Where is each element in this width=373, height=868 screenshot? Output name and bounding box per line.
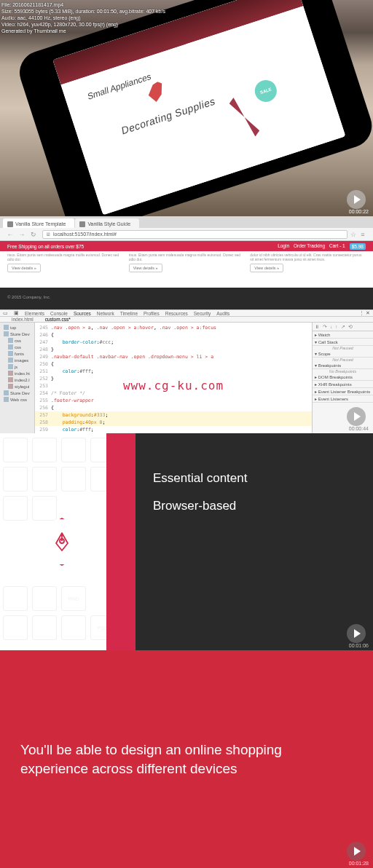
debugger-pane-section[interactable]: ▾ Call Stack: [313, 339, 373, 346]
tab-vanilla-store[interactable]: Vanilla Store Template: [3, 218, 74, 228]
file-tab-index[interactable]: index.html: [9, 317, 36, 322]
nav-folder[interactable]: css: [1, 337, 33, 344]
nav-folder[interactable]: Store Dev: [1, 331, 33, 337]
play-icon[interactable]: [347, 624, 366, 643]
timestamp: 00:01:06: [349, 643, 369, 648]
timestamp: 00:01:28: [349, 861, 369, 866]
debugger-pane-section[interactable]: ▸ DOM Breakpoints: [313, 374, 373, 381]
line-number: 254: [35, 390, 51, 397]
line-number: 245: [35, 324, 51, 331]
devtools-code-editor[interactable]: 245.nav .open > a, .nav .open > a:hover,…: [35, 323, 312, 449]
play-icon[interactable]: [347, 407, 366, 426]
folder-icon: [8, 338, 13, 343]
devtools-tab-sources[interactable]: Sources: [74, 311, 91, 316]
code-line[interactable]: 249.navbar-default .navbar-nav .open .dr…: [35, 353, 312, 360]
debugger-control-icon[interactable]: ↑: [335, 324, 337, 329]
nav-folder[interactable]: css: [1, 344, 33, 350]
code-line[interactable]: 255.footer-wrapper: [35, 397, 312, 404]
debugger-control-icon[interactable]: ↗: [341, 324, 345, 330]
nav-folder[interactable]: js: [1, 363, 33, 370]
bg-tool-icon: [32, 615, 57, 640]
file-icon: [8, 377, 13, 382]
slide-bullet: Browser-based: [153, 499, 356, 513]
code-line[interactable]: 259 color:#fff;: [35, 426, 312, 433]
code-line[interactable]: 248}: [35, 346, 312, 353]
view-details-button[interactable]: View details »: [7, 264, 41, 272]
thumb-1-phone: File: 20160621181417.mp4 Size: 5593055 b…: [0, 0, 373, 216]
nav-folder[interactable]: Web css: [1, 396, 33, 403]
cart-link[interactable]: Cart - 1: [329, 243, 345, 250]
nav-folder[interactable]: top: [1, 324, 33, 331]
debugger-control-icon[interactable]: ↷: [323, 324, 327, 330]
devtools-tab-profiles[interactable]: Profiles: [144, 311, 160, 316]
url-input[interactable]: 🗎localhost:51507/index.html#: [42, 230, 348, 239]
devtools-tab-resources[interactable]: Resources: [165, 311, 188, 316]
line-number: 249: [35, 353, 51, 360]
devtools-tab-console[interactable]: Console: [50, 311, 68, 316]
bg-tool-icon: [32, 467, 57, 492]
slide-bullet: Essential content: [153, 471, 356, 486]
order-tracking-link[interactable]: Order Tracking: [294, 243, 325, 250]
devtools-tab-audits[interactable]: Audits: [216, 311, 229, 316]
code-line[interactable]: 258 padding:40px 0;: [35, 419, 312, 426]
nav-folder[interactable]: fonts: [1, 350, 33, 357]
devtools-tab-security[interactable]: Security: [194, 311, 211, 316]
play-icon[interactable]: [347, 842, 366, 861]
view-details-button[interactable]: View details »: [129, 264, 162, 272]
debugger-pane-section[interactable]: ▸ XHR Breakpoints: [313, 381, 373, 388]
file-tab-custom-css[interactable]: custom.css*: [42, 317, 74, 322]
hex-badge: [36, 516, 87, 567]
debugger-controls: ⏸↷↓↑↗⟲: [313, 323, 373, 331]
slide-right: Essential content Browser-based: [136, 433, 373, 650]
nav-file[interactable]: stylegui: [1, 383, 33, 390]
code-line[interactable]: 245.nav .open > a, .nav .open > a:hover,…: [35, 324, 312, 331]
forward-icon[interactable]: →: [18, 231, 25, 238]
menu-icon[interactable]: ≡: [359, 231, 366, 238]
nav-label: top: [10, 326, 16, 330]
bookmark-icon[interactable]: ☆: [350, 231, 357, 238]
debugger-pane-section[interactable]: ▾ Breakpoints: [313, 362, 373, 369]
devtools-close-icon[interactable]: ⋮ ✕: [359, 310, 370, 316]
product-row: risus. Etiam porta sem malesuada magna m…: [0, 251, 373, 277]
slide-headline: You'll be able to design an online shopp…: [20, 741, 353, 778]
play-icon[interactable]: [347, 190, 366, 209]
devtools-device-icon[interactable]: ▣: [14, 310, 19, 316]
tab-vanilla-styleguide[interactable]: Vanilla Style Guide: [75, 218, 139, 228]
bg-tool-icon: [3, 586, 28, 611]
debugger-pane-section[interactable]: ▸ Watch: [313, 331, 373, 339]
devtools-inspect-icon[interactable]: ▭: [3, 310, 8, 316]
devtools-tab-network[interactable]: Network: [97, 311, 114, 316]
login-link[interactable]: Login: [278, 243, 289, 250]
nav-label: stylegui: [15, 384, 29, 389]
code-line[interactable]: 251 color:#fff;: [35, 368, 312, 375]
thumb-3-slide: PNGPSD Essential content Browser-based 0…: [0, 433, 373, 650]
code-line[interactable]: 257 background:#333;: [35, 411, 312, 419]
file-icon: [8, 371, 13, 376]
debugger-control-icon[interactable]: ↓: [330, 324, 332, 329]
debugger-control-icon[interactable]: ⏸: [315, 324, 320, 329]
debugger-control-icon[interactable]: ⟲: [348, 324, 353, 330]
nav-folder[interactable]: Store Dev: [1, 390, 33, 396]
code-line[interactable]: 246{: [35, 331, 312, 339]
devtools-file-nav: topStore Devcsscssfontsimagesjsindex.hti…: [0, 323, 35, 449]
debugger-pane-section[interactable]: ▸ Event Listeners: [313, 395, 373, 403]
code-line[interactable]: 256{: [35, 404, 312, 411]
folder-icon: [8, 344, 13, 350]
code-line[interactable]: 250{: [35, 360, 312, 368]
line-number: 250: [35, 360, 51, 368]
nav-folder[interactable]: images: [1, 357, 33, 363]
code-line[interactable]: 247 border-color:#ccc;: [35, 339, 312, 346]
devtools-tab-elements[interactable]: Elements: [25, 311, 44, 316]
reload-icon[interactable]: ↻: [30, 231, 37, 238]
folder-icon: [4, 331, 9, 336]
devtools-tab-timeline[interactable]: Timeline: [120, 311, 138, 316]
debugger-pane-section[interactable]: ▾ Scope: [313, 350, 373, 358]
view-details-button[interactable]: View details »: [250, 264, 283, 272]
cart-total-badge[interactable]: $5.98: [350, 243, 366, 250]
debugger-pane-section[interactable]: ▸ Event Listener Breakpoints: [313, 388, 373, 395]
nav-label: Web css: [10, 398, 27, 402]
nav-file[interactable]: index.ht: [1, 370, 33, 376]
nav-file[interactable]: index2.l: [1, 376, 33, 383]
nav-label: index2.l: [15, 378, 30, 382]
back-icon[interactable]: ←: [7, 231, 14, 238]
